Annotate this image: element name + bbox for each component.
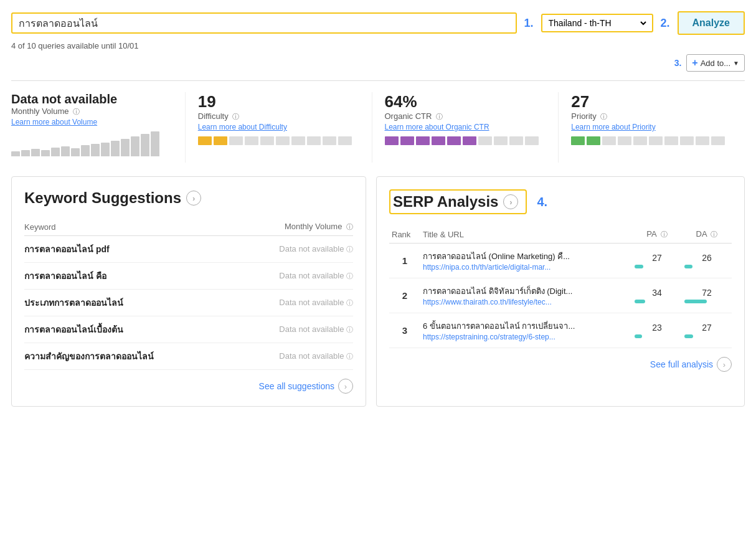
search-input[interactable] [19,17,509,29]
bottom-panels: Keyword Suggestions › Keyword Monthly Vo… [11,176,745,407]
ctr-info-icon: ⓘ [436,113,443,120]
keyword-term: การตลาดออนไลน์ คือ [24,263,234,290]
serp-table-row: 2 การตลาดออนไลน์ ดิจิทัลมาร์เก็ตติง (Dig… [389,278,732,313]
serp-url-text[interactable]: https://nipa.co.th/th/article/digital-ma… [423,263,630,272]
metrics-row: Data not available Monthly Volume ⓘ Lear… [11,80,745,163]
step3-label: 3. [674,58,682,68]
priority-value: 27 [571,92,732,111]
col-title-url: Title & URL [420,225,632,244]
keyword-suggestions-panel: Keyword Suggestions › Keyword Monthly Vo… [11,176,366,407]
volume-info-icon: ⓘ [73,108,80,115]
country-select[interactable]: Thailand - th-TH [546,17,648,29]
serp-pa-score: 23 [635,323,679,333]
plus-icon: + [692,57,697,69]
priority-learn-link[interactable]: Learn more about Priority [571,123,732,131]
serp-url-text[interactable]: https://www.thairath.co.th/lifestyle/tec… [423,298,630,306]
serp-title-url: การตลาดออนไลน์ (Online Marketing) คื... … [420,244,632,278]
keyword-volume: Data not available ⓘ [234,343,353,370]
priority-info-icon: ⓘ [600,113,607,120]
top-bar: 1. Thailand - th-TH 2. Analyze [11,11,745,35]
volume-value: Data not available [11,92,172,107]
serp-da-cell: 26 [682,244,732,278]
volume-label: Monthly Volume ⓘ [11,107,172,116]
serp-title-text: การตลาดออนไลน์ ดิจิทัลมาร์เก็ตติง (Digit… [423,285,630,298]
col-keyword: Keyword [24,218,234,236]
keyword-table-row: การตลาดออนไลน์เบื้องต้น Data not availab… [24,316,353,343]
add-to-row: 3. + Add to... ▼ [11,54,745,72]
search-input-wrap[interactable] [11,12,517,34]
keyword-suggestions-title: Keyword Suggestions › [24,189,353,207]
volume-learn-link[interactable]: Learn more about Volume [11,118,172,126]
step4-label: 4. [537,195,547,209]
step2-label: 2. [661,17,670,30]
keyword-term: การตลาดออนไลน์เบื้องต้น [24,316,234,343]
serp-table-row: 3 6 ขั้นตอนการตลาดออนไลน์ การเปลี่ยนจา..… [389,313,732,348]
serp-table-row: 1 การตลาดออนไลน์ (Online Marketing) คื..… [389,244,732,278]
keyword-volume: Data not available ⓘ [234,290,353,316]
metric-priority: 27 Priority ⓘ Learn more about Priority [571,92,745,163]
serp-rank: 3 [389,313,420,348]
step1-label: 1. [524,17,534,30]
keyword-table-row: ประเภทการตลาดออนไลน์ Data not available … [24,290,353,316]
da-info-icon: ⓘ [711,230,717,238]
difficulty-learn-link[interactable]: Learn more about Difficulty [198,123,359,131]
add-to-button[interactable]: + Add to... ▼ [686,54,745,72]
serp-rank: 2 [389,278,420,313]
queries-info: 4 of 10 queries available until 10/01 [11,41,745,50]
see-all-arrow-icon[interactable]: › [338,379,353,394]
metric-difficulty: 19 Difficulty ⓘ Learn more about Difficu… [198,92,372,163]
keyword-volume: Data not available ⓘ [234,263,353,290]
difficulty-label: Difficulty ⓘ [198,111,359,121]
serp-pa-cell: 27 [632,244,682,278]
serp-pa-bar [635,334,642,338]
ctr-learn-link[interactable]: Learn more about Organic CTR [385,123,546,131]
keyword-term: ประเภทการตลาดออนไลน์ [24,290,234,316]
serp-title-text: 6 ขั้นตอนการตลาดออนไลน์ การเปลี่ยนจา... [423,320,630,333]
col-da: DA ⓘ [682,225,732,244]
col-rank: Rank [389,225,420,244]
priority-bar-chart [571,136,732,145]
keyword-table-row: ความสำคัญของการตลาดออนไลน์ Data not avai… [24,343,353,370]
serp-analysis-arrow-icon[interactable]: › [503,194,518,209]
keyword-suggestions-arrow-icon[interactable]: › [186,191,201,206]
difficulty-info-icon: ⓘ [232,113,239,120]
country-select-wrap[interactable]: Thailand - th-TH [541,14,653,32]
analyze-button[interactable]: Analyze [678,11,745,35]
serp-da-bar [684,300,707,303]
priority-label: Priority ⓘ [571,111,732,121]
serp-da-bar [684,334,693,338]
serp-pa-bar [635,300,645,303]
see-full-analysis[interactable]: See full analysis › [389,357,732,372]
serp-analysis-panel: SERP Analysis › 4. Rank Title & URL PA ⓘ… [376,176,745,407]
see-full-arrow-icon[interactable]: › [717,357,732,372]
serp-title-text: การตลาดออนไลน์ (Online Marketing) คื... [423,250,630,263]
ctr-bar-chart [385,136,546,145]
keyword-term: ความสำคัญของการตลาดออนไลน์ [24,343,234,370]
serp-pa-score: 34 [635,288,679,298]
serp-da-score: 72 [684,288,729,298]
serp-url-text[interactable]: https://stepstraining.co/strategy/6-step… [423,333,630,341]
keyword-table: Keyword Monthly Volume ⓘ การตลาดออนไลน์ … [24,218,353,370]
serp-da-cell: 27 [682,313,732,348]
serp-da-score: 26 [684,253,729,263]
difficulty-value: 19 [198,92,359,111]
col-pa: PA ⓘ [632,225,682,244]
difficulty-bar-chart [198,136,359,145]
see-all-suggestions[interactable]: See all suggestions › [24,379,353,394]
serp-da-score: 27 [684,323,729,333]
serp-da-cell: 72 [682,278,732,313]
metric-ctr: 64% Organic CTR ⓘ Learn more about Organ… [385,92,559,163]
keyword-volume: Data not available ⓘ [234,316,353,343]
serp-title-url: 6 ขั้นตอนการตลาดออนไลน์ การเปลี่ยนจา... … [420,313,632,348]
serp-pa-bar [635,265,643,268]
serp-title-url: การตลาดออนไลน์ ดิจิทัลมาร์เก็ตติง (Digit… [420,278,632,313]
serp-table: Rank Title & URL PA ⓘ DA ⓘ 1 การตลาดออนไ… [389,225,732,348]
serp-title-bordered: SERP Analysis › [389,189,527,214]
keyword-volume: Data not available ⓘ [234,236,353,263]
chevron-down-icon: ▼ [733,60,739,67]
keyword-table-row: การตลาดออนไลน์ pdf Data not available ⓘ [24,236,353,263]
ctr-label: Organic CTR ⓘ [385,111,546,121]
serp-rank: 1 [389,244,420,278]
add-to-label: Add to... [701,59,730,68]
metric-volume: Data not available Monthly Volume ⓘ Lear… [11,92,186,163]
